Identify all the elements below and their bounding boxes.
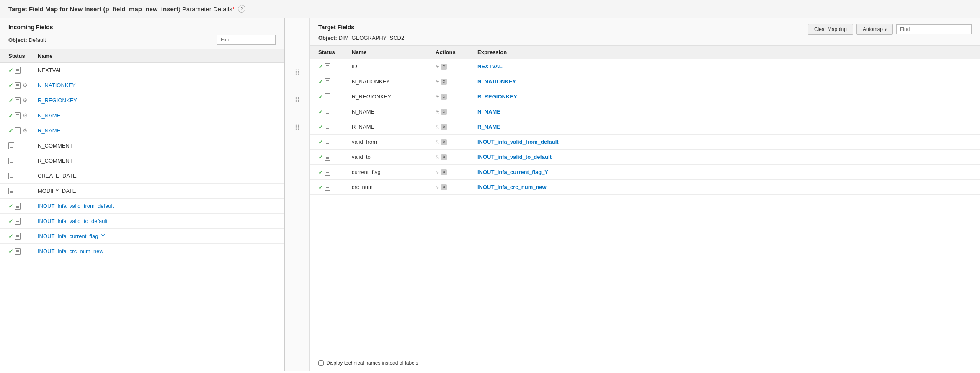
doc-icon xyxy=(325,78,330,85)
left-table-body: ✓NEXTVAL✓⚙N_NATIONKEY✓⚙R_REGIONKEY✓⚙N_NA… xyxy=(0,63,284,371)
clear-expression-icon[interactable]: ✕ xyxy=(441,139,447,145)
check-icon: ✓ xyxy=(318,139,323,145)
left-name-cell: R_COMMENT xyxy=(38,158,276,164)
right-actions-cell: fx✕ xyxy=(436,79,477,85)
right-table-row[interactable]: ✓IDfx✕NEXTVAL xyxy=(310,59,980,74)
fx-icon[interactable]: fx xyxy=(436,109,439,114)
right-actions-cell: fx✕ xyxy=(436,169,477,175)
right-object-row: Target Fields Object: DIM_GEOGRAPHY_SCD2… xyxy=(318,24,972,41)
right-expression-cell[interactable]: R_REGIONKEY xyxy=(477,93,972,100)
right-table-row[interactable]: ✓valid_fromfx✕INOUT_infa_valid_from_defa… xyxy=(310,135,980,150)
right-panel: Target Fields Object: DIM_GEOGRAPHY_SCD2… xyxy=(310,18,980,371)
right-table-row[interactable]: ✓R_REGIONKEYfx✕R_REGIONKEY xyxy=(310,89,980,104)
clear-expression-icon[interactable]: ✕ xyxy=(441,184,447,190)
left-name-cell: NEXTVAL xyxy=(38,67,276,73)
left-name-cell: INOUT_infa_current_flag_Y xyxy=(38,233,276,239)
right-expression-cell[interactable]: R_NAME xyxy=(477,124,972,130)
right-expression-cell[interactable]: INOUT_infa_crc_num_new xyxy=(477,184,972,190)
clear-expression-icon[interactable]: ✕ xyxy=(441,124,447,130)
right-expression-cell[interactable]: INOUT_infa_current_flag_Y xyxy=(477,169,972,175)
fx-icon[interactable]: fx xyxy=(436,170,439,175)
check-icon: ✓ xyxy=(318,63,323,70)
left-table-row[interactable]: ✓INOUT_infa_valid_from_default xyxy=(0,199,284,214)
left-status-cell xyxy=(8,142,38,149)
right-status-cell: ✓ xyxy=(318,184,352,191)
right-expression-cell[interactable]: INOUT_infa_valid_from_default xyxy=(477,139,972,145)
fx-icon[interactable]: fx xyxy=(436,64,439,69)
fx-icon[interactable]: fx xyxy=(436,155,439,160)
fx-icon[interactable]: fx xyxy=(436,79,439,84)
doc-icon xyxy=(325,63,330,70)
clear-expression-icon[interactable]: ✕ xyxy=(441,169,447,175)
left-table-row[interactable]: ✓⚙N_NATIONKEY xyxy=(0,78,284,93)
right-table-row[interactable]: ✓N_NAMEfx✕N_NAME xyxy=(310,104,980,119)
fx-icon[interactable]: fx xyxy=(436,124,439,130)
clear-expression-icon[interactable]: ✕ xyxy=(441,64,447,70)
clear-expression-icon[interactable]: ✕ xyxy=(441,109,447,115)
fx-icon[interactable]: fx xyxy=(436,94,439,99)
clear-expression-icon[interactable]: ✕ xyxy=(441,94,447,100)
left-table-header: Status Name xyxy=(0,49,284,63)
right-expression-cell[interactable]: NEXTVAL xyxy=(477,63,972,70)
right-table-row[interactable]: ✓R_NAMEfx✕R_NAME xyxy=(310,119,980,135)
left-col-name-header: Name xyxy=(38,53,276,59)
gear-icon[interactable]: ⚙ xyxy=(22,127,28,134)
right-expression-cell[interactable]: INOUT_infa_valid_to_default xyxy=(477,154,972,160)
gear-icon[interactable]: ⚙ xyxy=(22,112,28,119)
right-expression-cell[interactable]: N_NAME xyxy=(477,109,972,115)
clear-expression-icon[interactable]: ✕ xyxy=(441,154,447,160)
doc-icon xyxy=(15,248,21,255)
right-object-name-val: DIM_GEOGRAPHY_SCD2 xyxy=(338,35,404,41)
check-icon: ✓ xyxy=(8,248,13,255)
left-table-row[interactable]: ✓INOUT_infa_valid_to_default xyxy=(0,214,284,229)
left-status-cell xyxy=(8,173,38,179)
right-table-row[interactable]: ✓valid_tofx✕INOUT_infa_valid_to_default xyxy=(310,150,980,165)
doc-icon xyxy=(8,158,14,164)
check-icon: ✓ xyxy=(8,203,13,210)
gear-icon[interactable]: ⚙ xyxy=(22,82,28,89)
left-table-row[interactable]: ✓⚙N_NAME xyxy=(0,108,284,123)
right-status-cell: ✓ xyxy=(318,139,352,145)
left-table-row[interactable]: ✓INOUT_infa_crc_num_new xyxy=(0,244,284,259)
right-controls: Clear Mapping Automap ▾ xyxy=(808,24,972,35)
right-table-row[interactable]: ✓current_flagfx✕INOUT_infa_current_flag_… xyxy=(310,165,980,180)
left-status-cell: ✓⚙ xyxy=(8,82,38,89)
right-actions-cell: fx✕ xyxy=(436,184,477,190)
check-icon: ✓ xyxy=(8,233,13,240)
left-table-row[interactable]: ✓INOUT_infa_current_flag_Y xyxy=(0,229,284,244)
middle-connector: ⁞⁞⁞⁞⁞⁞ xyxy=(285,18,310,371)
right-name-cell: R_REGIONKEY xyxy=(352,93,436,100)
display-technical-names-label[interactable]: Display technical names instead of label… xyxy=(318,360,418,366)
left-object-key: Object: xyxy=(8,37,27,43)
right-table-row[interactable]: ✓N_NATIONKEYfx✕N_NATIONKEY xyxy=(310,74,980,89)
left-table-row[interactable]: ✓NEXTVAL xyxy=(0,63,284,78)
connector-dots: ⁞⁞ xyxy=(295,96,300,104)
display-technical-names-checkbox[interactable] xyxy=(318,360,324,366)
check-icon: ✓ xyxy=(318,154,323,161)
left-table-row[interactable]: ✓⚙R_NAME xyxy=(0,123,284,138)
left-table-row[interactable]: MODIFY_DATE xyxy=(0,184,284,199)
left-table-row[interactable]: R_COMMENT xyxy=(0,153,284,168)
right-status-cell: ✓ xyxy=(318,169,352,176)
clear-mapping-button[interactable]: Clear Mapping xyxy=(808,24,853,35)
gear-icon[interactable]: ⚙ xyxy=(22,97,28,104)
left-name-cell: CREATE_DATE xyxy=(38,173,276,179)
left-table-row[interactable]: ✓⚙R_REGIONKEY xyxy=(0,93,284,108)
right-object-info: Target Fields Object: DIM_GEOGRAPHY_SCD2 xyxy=(318,24,404,41)
fx-icon[interactable]: fx xyxy=(436,185,439,190)
right-actions-cell: fx✕ xyxy=(436,154,477,160)
right-find-input[interactable] xyxy=(896,24,972,34)
check-icon: ✓ xyxy=(8,112,13,119)
left-table-row[interactable]: CREATE_DATE xyxy=(0,168,284,184)
clear-expression-icon[interactable]: ✕ xyxy=(441,79,447,85)
left-table-row[interactable]: N_COMMENT xyxy=(0,138,284,153)
left-object-value-text: Default xyxy=(28,37,46,43)
automap-button[interactable]: Automap ▾ xyxy=(856,24,893,35)
right-table-row[interactable]: ✓crc_numfx✕INOUT_infa_crc_num_new xyxy=(310,180,980,195)
left-find-input[interactable] xyxy=(217,35,276,45)
doc-icon xyxy=(325,154,330,161)
left-name-cell: N_NAME xyxy=(38,112,276,119)
fx-icon[interactable]: fx xyxy=(436,140,439,145)
help-icon[interactable]: ? xyxy=(238,5,245,13)
right-expression-cell[interactable]: N_NATIONKEY xyxy=(477,78,972,85)
